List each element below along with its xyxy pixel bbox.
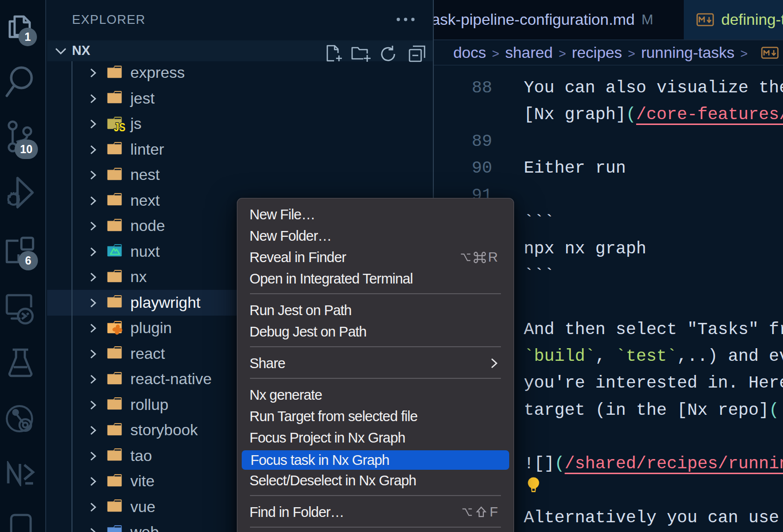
svg-text:JS: JS [114,121,125,134]
